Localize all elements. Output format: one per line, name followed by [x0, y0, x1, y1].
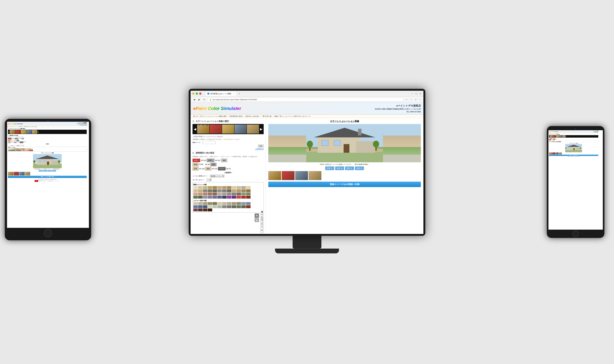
- swatch-46[interactable]: [237, 196, 241, 199]
- swatch-2[interactable]: [198, 186, 203, 189]
- share-icon[interactable]: ↗: [414, 98, 417, 101]
- scroll-down-button[interactable]: ▼: [254, 213, 259, 218]
- swatch-62[interactable]: [246, 202, 251, 205]
- swatch-43[interactable]: [222, 196, 227, 199]
- minimize-button[interactable]: [192, 92, 194, 95]
- swatch-4[interactable]: [208, 186, 212, 189]
- ikiwaku-button[interactable]: 息枠: [205, 167, 211, 170]
- swatch-63[interactable]: [193, 205, 198, 208]
- swatch-69[interactable]: [222, 205, 227, 208]
- update-btn-1[interactable]: 更新 ▼: [325, 167, 334, 170]
- usage-link[interactable]: ご利用方法: [255, 148, 264, 150]
- swatch-47[interactable]: [241, 196, 246, 199]
- swatch-44[interactable]: [227, 196, 231, 199]
- swatch-64[interactable]: [198, 205, 203, 208]
- swatch-15[interactable]: [203, 189, 207, 192]
- swatch-70[interactable]: [227, 205, 231, 208]
- madowaku-button[interactable]: 窓枠: [192, 167, 199, 170]
- print-button[interactable]: 登録イメージをA4用紙へ印刷: [268, 182, 421, 187]
- swatch-66[interactable]: [208, 205, 212, 208]
- swatch-1[interactable]: [193, 186, 198, 189]
- swatch-12[interactable]: [246, 186, 251, 189]
- forward-button[interactable]: ▶: [197, 97, 201, 101]
- swatch-18[interactable]: [217, 189, 222, 192]
- swatch-68[interactable]: [217, 205, 222, 208]
- strip-prev-arrow[interactable]: ◀: [193, 127, 197, 131]
- strip-thumb-5[interactable]: [247, 125, 259, 134]
- browser-tab[interactable]: 住宅塗替えはネットで無料 ×: [205, 91, 237, 96]
- bookmark-icon[interactable]: ☆: [405, 98, 408, 101]
- gaiheki2-button[interactable]: 外壁２: [207, 159, 214, 162]
- browser-minimize-icon[interactable]: −: [412, 92, 413, 95]
- swatch-9[interactable]: [232, 186, 236, 189]
- swatch-65[interactable]: [203, 205, 207, 208]
- swatch-5[interactable]: [213, 186, 217, 189]
- swatch-67[interactable]: [213, 205, 217, 208]
- swatch-14[interactable]: [198, 189, 203, 192]
- swatch-58[interactable]: [227, 202, 231, 205]
- swatch-52[interactable]: [198, 202, 203, 205]
- swatch-51[interactable]: [193, 202, 198, 205]
- swatch-16[interactable]: [208, 189, 212, 192]
- nokibuta-button[interactable]: 軒蓋: [192, 163, 199, 166]
- strip-next-arrow[interactable]: ▶: [259, 127, 263, 131]
- swatch-7[interactable]: [222, 186, 227, 189]
- swatch-32[interactable]: [227, 193, 231, 195]
- swatch-3[interactable]: [203, 186, 207, 189]
- swatch-20[interactable]: [227, 189, 231, 192]
- swatch-72[interactable]: [237, 205, 241, 208]
- swatch-10[interactable]: [237, 186, 241, 189]
- swatch-8[interactable]: [227, 186, 231, 189]
- swatch-25[interactable]: [193, 193, 198, 195]
- swatch-24[interactable]: [246, 189, 251, 192]
- swatch-56[interactable]: [217, 202, 222, 205]
- swatch-22[interactable]: [237, 189, 241, 192]
- swatch-57[interactable]: [222, 202, 227, 205]
- gaiheki1-button[interactable]: 外壁１: [192, 159, 200, 162]
- swatch-34[interactable]: [237, 193, 241, 195]
- sim-vertical-button[interactable]: ３．シミュレーション実行: [260, 213, 264, 233]
- swatch-30[interactable]: [217, 193, 222, 195]
- swatch-77[interactable]: [203, 208, 207, 211]
- swatch-48[interactable]: [246, 196, 251, 199]
- swatch-6[interactable]: [217, 186, 222, 189]
- swatch-38[interactable]: [198, 196, 203, 199]
- swatch-53[interactable]: [203, 202, 207, 205]
- swatch-23[interactable]: [241, 189, 246, 192]
- strip-thumb-1[interactable]: [197, 125, 209, 134]
- browser-maximize-icon[interactable]: □: [415, 92, 417, 95]
- swatch-45[interactable]: [232, 196, 236, 199]
- swatch-11[interactable]: [241, 186, 246, 189]
- swatch-73[interactable]: [241, 205, 246, 208]
- strip-thumb-4[interactable]: [234, 125, 247, 134]
- swatch-28[interactable]: [208, 193, 212, 195]
- tab-close-icon[interactable]: ×: [233, 92, 234, 95]
- swatch-26[interactable]: [198, 193, 203, 195]
- back-button[interactable]: ◀: [192, 97, 196, 101]
- swatch-59[interactable]: [232, 202, 236, 205]
- swatch-37[interactable]: [193, 196, 198, 199]
- swatch-33[interactable]: [232, 193, 236, 195]
- property-code-field[interactable]: [203, 141, 215, 144]
- update-btn-3[interactable]: 更新 ▼: [345, 167, 354, 170]
- swatch-19[interactable]: [222, 189, 227, 192]
- tablet-home-button[interactable]: [44, 229, 52, 237]
- maker-color-select[interactable]: 骨塗型シリコン: [210, 174, 225, 178]
- swatch-74[interactable]: [246, 205, 251, 208]
- swatch-36[interactable]: [246, 193, 251, 195]
- swatch-39[interactable]: [203, 196, 207, 199]
- swatch-54[interactable]: [208, 202, 212, 205]
- phone-home-button[interactable]: [573, 231, 579, 237]
- swatch-78[interactable]: [208, 208, 212, 211]
- strip-thumb-3[interactable]: [222, 125, 234, 134]
- maximize-button[interactable]: [196, 92, 198, 95]
- swatch-27[interactable]: [203, 193, 207, 195]
- play-button[interactable]: ▶: [254, 218, 259, 222]
- door-button[interactable]: ドアー: [218, 167, 226, 170]
- swatch-31[interactable]: [222, 193, 227, 195]
- swatch-35[interactable]: [241, 193, 246, 195]
- swatch-13[interactable]: [193, 189, 198, 192]
- swatch-61[interactable]: [241, 202, 246, 205]
- strip-thumb-2[interactable]: [210, 125, 222, 134]
- browser-close-icon[interactable]: ×: [420, 92, 421, 95]
